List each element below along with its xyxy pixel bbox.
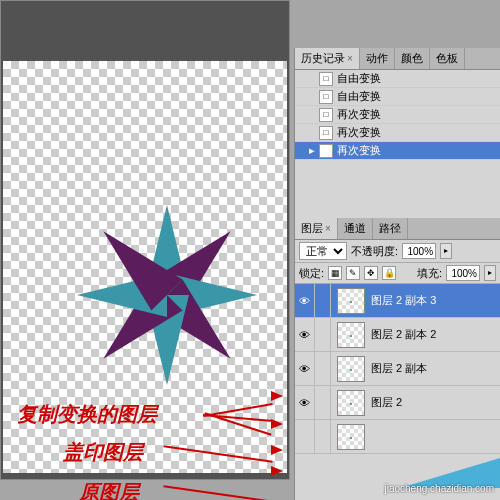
transform-icon: □ [319,108,333,122]
layer-thumb[interactable] [337,356,365,382]
tab-paths[interactable]: 路径 [373,218,408,239]
close-icon[interactable]: × [347,53,353,64]
transform-icon: □ [319,90,333,104]
transform-icon: □ [319,126,333,140]
visibility-icon[interactable]: 👁 [295,386,315,420]
history-item[interactable]: □再次变换 [295,124,500,142]
tab-swatches[interactable]: 色板 [430,48,465,69]
history-tabs: 历史记录× 动作 颜色 色板 [295,48,500,70]
blend-mode-select[interactable]: 正常 [299,242,347,260]
tab-layers[interactable]: 图层× [295,218,338,239]
chevron-right-icon[interactable]: ▸ [484,265,496,281]
canvas-area: 复制变换的图层 盖印图层 原图层 [0,0,290,480]
layer-row[interactable]: 👁图层 2 [295,386,500,420]
visibility-icon[interactable]: 👁 [295,352,315,386]
annotation-original-layer: 原图层 [79,479,139,500]
layer-thumb[interactable] [337,322,365,348]
lock-label: 锁定: [299,266,324,281]
history-item[interactable]: ▸□再次变换 [295,142,500,160]
arrow-icon [271,445,283,455]
layer-thumb[interactable] [337,288,365,314]
lock-brush-icon[interactable]: ✎ [346,266,360,280]
layer-thumb[interactable] [337,390,365,416]
layer-row[interactable]: 👁图层 2 副本 [295,352,500,386]
lock-all-icon[interactable]: 🔒 [382,266,396,280]
history-item[interactable]: □自由变换 [295,70,500,88]
arrow-icon [271,391,283,401]
opacity-label: 不透明度: [351,244,398,259]
lock-transparency-icon[interactable]: ▦ [328,266,342,280]
visibility-icon[interactable]: 👁 [295,284,315,318]
current-icon: ▸ [307,144,317,157]
layer-list: 👁图层 2 副本 3 👁图层 2 副本 2 👁图层 2 副本 👁图层 2 [295,284,500,454]
layer-thumb[interactable] [337,424,365,450]
fill-label: 填充: [417,266,442,281]
arrow-icon [271,466,283,476]
tab-color[interactable]: 颜色 [395,48,430,69]
chevron-right-icon[interactable]: ▸ [440,243,452,259]
right-panels: 历史记录× 动作 颜色 色板 □自由变换 □自由变换 □再次变换 □再次变换 ▸… [294,48,500,500]
history-item[interactable]: □自由变换 [295,88,500,106]
visibility-icon[interactable]: 👁 [295,318,315,352]
history-item[interactable]: □再次变换 [295,106,500,124]
watermark-text: jiaocheng.chazidian.com [384,483,494,494]
tab-actions[interactable]: 动作 [360,48,395,69]
transform-icon: □ [319,144,333,158]
tab-channels[interactable]: 通道 [338,218,373,239]
transform-icon: □ [319,72,333,86]
history-list[interactable]: □自由变换 □自由变换 □再次变换 □再次变换 ▸□再次变换 [295,70,500,178]
close-icon[interactable]: × [325,223,331,234]
transparency-checker: 复制变换的图层 盖印图层 原图层 [3,61,287,473]
lock-move-icon[interactable]: ✥ [364,266,378,280]
annotation-stamp-layer: 盖印图层 [63,439,143,466]
layer-row[interactable]: 👁图层 2 副本 2 [295,318,500,352]
tab-history[interactable]: 历史记录× [295,48,360,69]
layers-tabs: 图层× 通道 路径 [295,218,500,240]
layer-row[interactable]: 👁图层 2 副本 3 [295,284,500,318]
lock-row: 锁定: ▦ ✎ ✥ 🔒 填充: ▸ [295,263,500,284]
layer-row[interactable] [295,420,500,454]
arrow-icon [271,419,283,429]
fill-input[interactable] [446,265,480,281]
annotation-copy-layer: 复制变换的图层 [17,401,157,428]
layer-options-row: 正常 不透明度: ▸ [295,240,500,263]
opacity-input[interactable] [402,243,436,259]
visibility-icon[interactable] [295,420,315,454]
